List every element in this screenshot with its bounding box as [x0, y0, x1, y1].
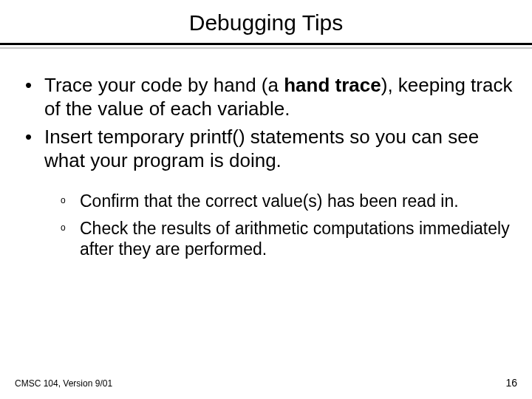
slide: Debugging Tips Trace your code by hand (… [0, 0, 532, 399]
bullet-text-pre: Trace your code by hand (a [44, 74, 284, 96]
divider-dark [0, 43, 532, 45]
bullet-item: Trace your code by hand (a hand trace), … [15, 74, 517, 121]
sub-bullet-item: Check the results of arithmetic computat… [52, 218, 517, 261]
slide-number: 16 [505, 377, 517, 389]
content-area: Trace your code by hand (a hand trace), … [0, 49, 532, 260]
footer: CMSC 104, Version 9/01 16 [0, 377, 532, 389]
bullet-text-bold: hand trace [284, 74, 381, 96]
sub-bullet-text: Check the results of arithmetic computat… [80, 219, 510, 259]
bullet-text: Insert temporary printf() statements so … [44, 126, 479, 171]
slide-title: Debugging Tips [0, 0, 532, 43]
sub-bullet-list: Confirm that the correct value(s) has be… [52, 191, 517, 260]
bullet-item: Insert temporary printf() statements so … [15, 126, 517, 260]
sub-bullet-text: Confirm that the correct value(s) has be… [80, 191, 459, 211]
footer-left: CMSC 104, Version 9/01 [15, 378, 112, 389]
sub-bullet-item: Confirm that the correct value(s) has be… [52, 191, 517, 212]
bullet-list: Trace your code by hand (a hand trace), … [15, 74, 517, 260]
